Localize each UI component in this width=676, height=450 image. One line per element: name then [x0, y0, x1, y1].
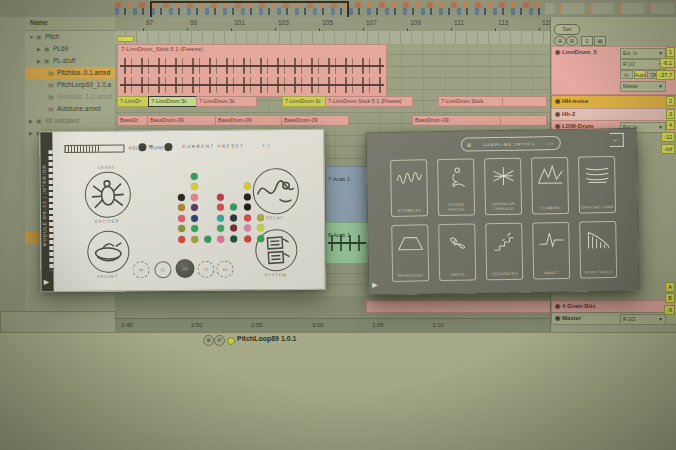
track-name[interactable]: HH-noise [562, 98, 588, 104]
preset-card[interactable]: FIGURE SPACES [437, 158, 475, 216]
mixer-value-chip[interactable]: 4 [666, 120, 675, 130]
preset-dot[interactable] [230, 204, 237, 211]
audio-clip[interactable]: 7-LinnDrum Stick [438, 96, 504, 107]
mixer-value-chip[interactable]: -inf [661, 144, 675, 154]
preset-dot[interactable] [191, 173, 198, 180]
audio-clip[interactable]: 7-LinnDrum St [148, 96, 197, 107]
preset-dot[interactable] [178, 215, 185, 222]
expand-arrow-icon[interactable]: ▶ [37, 55, 44, 67]
preset-dot[interactable] [191, 204, 198, 211]
track-name[interactable]: 4 Grain Bits [562, 303, 596, 309]
audio-clip[interactable]: BassDrum-09 [147, 115, 216, 126]
preset-dot[interactable] [244, 214, 251, 221]
preset-dot[interactable] [244, 193, 251, 200]
mini-keyboard[interactable] [48, 150, 53, 270]
mode-button[interactable]: C3 [197, 261, 214, 278]
expand-arrow-icon[interactable]: ▶ [37, 43, 44, 55]
audio-clip[interactable]: BassDrum-09 [215, 115, 282, 126]
mixer-value-chip[interactable]: -27.7 [656, 70, 675, 80]
exciter-macro-knob[interactable] [83, 170, 132, 219]
loop-marker[interactable] [117, 36, 134, 42]
frozen-clip[interactable]: 7-LinnDrum_Stick 5 1 (Freeze) [117, 44, 387, 97]
preset-title[interactable]: CURRENT PRESET [168, 143, 258, 149]
output-routing-select[interactable]: Master▼ [620, 81, 666, 92]
preset-dot[interactable] [230, 225, 237, 232]
lock-icon[interactable]: ⊘ [214, 335, 225, 346]
preset-dot[interactable] [178, 225, 185, 232]
play-icon[interactable]: ▶ [44, 278, 49, 286]
preset-dot[interactable] [191, 236, 198, 243]
audio-clip[interactable]: 7-LinnDr [117, 96, 149, 107]
preset-dot[interactable] [217, 194, 224, 201]
browser-item[interactable]: ▶▣PL69 [25, 43, 115, 55]
preset-dot[interactable] [204, 236, 211, 243]
hot-swap-icon[interactable]: ⊕ [203, 335, 214, 346]
next-icon[interactable]: › [551, 140, 555, 146]
preset-card[interactable]: SCRIBBLES [390, 159, 428, 217]
preset-dot[interactable] [178, 194, 185, 201]
preset-card[interactable]: ECHO TRAILS [579, 221, 617, 279]
arm-icon[interactable]: ◉ [555, 98, 560, 104]
zoom-out-icon[interactable]: ⊕ [566, 36, 578, 46]
preset-dot[interactable] [191, 215, 198, 222]
mixer-value-chip[interactable]: B [665, 293, 675, 303]
next-icon[interactable]: › [267, 142, 272, 148]
preset-card[interactable]: GRANULAR THREADS [484, 158, 522, 216]
set-button[interactable]: Set [554, 24, 580, 35]
preset-dot[interactable] [230, 236, 237, 243]
audio-clip[interactable]: 7-Acab 1 [325, 166, 369, 224]
expand-arrow-icon[interactable]: ▼ [29, 31, 36, 43]
track-hh-noise[interactable]: ◉ HH-noise [551, 95, 676, 109]
preset-card[interactable]: WAVEGUIDE [391, 224, 429, 282]
mixer-value-chip[interactable]: 2 [666, 96, 675, 106]
preset-prev-next[interactable]: ‹› [262, 142, 272, 148]
expand-arrow-icon[interactable]: ▶ [29, 127, 36, 139]
scrub-area[interactable] [115, 31, 550, 45]
preset-dot[interactable] [257, 235, 264, 242]
preset-dot[interactable] [244, 224, 251, 231]
preset-dot[interactable] [230, 215, 237, 222]
vol-knob[interactable] [138, 143, 146, 151]
play-icon[interactable]: ▶ [372, 281, 378, 289]
zoom-in-icon[interactable]: ⊕ [554, 36, 566, 46]
preset-dot[interactable] [257, 214, 264, 221]
preset-card[interactable]: SEQUENCES [485, 223, 523, 281]
preset-card[interactable]: CLIMBING [531, 157, 569, 215]
preset-card[interactable]: IMPACT [532, 222, 570, 280]
audio-clip[interactable]: 7-LinnDrum Stick 5 1 (Freeze) [325, 96, 413, 107]
beat-time-ruler[interactable]: 9799101103105107109111113115 [115, 17, 550, 32]
track-name[interactable]: Hh-2 [562, 111, 575, 117]
cue-out-select[interactable]: R 1/2▼ [620, 314, 666, 325]
preset-dot[interactable] [178, 204, 185, 211]
preset-dot[interactable] [217, 236, 224, 243]
track-name[interactable]: Master [562, 315, 581, 321]
mixer-value-chip[interactable]: 3 [666, 109, 675, 119]
mixer-value-chip[interactable]: 1 [666, 47, 675, 57]
device-activator[interactable] [227, 337, 235, 345]
browser-item[interactable]: ▶▣PL-stuff [25, 55, 115, 67]
track-name[interactable]: LinnDrum_5 [562, 49, 597, 55]
track-master[interactable]: ◉ Master R 1/2▼ [551, 312, 676, 325]
arm-icon[interactable]: ◉ [555, 111, 560, 117]
preset-dot[interactable] [217, 225, 224, 232]
menu-icon[interactable]: ≡ [467, 141, 471, 148]
delay-macro-knob[interactable] [252, 167, 300, 215]
mode-button[interactable]: C2 [175, 259, 194, 278]
monitor-switch[interactable]: InAutoOff [620, 70, 660, 79]
audio-clip[interactable]: BassDrum-09 [281, 115, 349, 126]
pencil-icon[interactable]: ≡ [581, 36, 593, 46]
velvet-macro-knob[interactable] [87, 230, 130, 273]
arrangement-overview[interactable] [0, 0, 676, 18]
preset-dot[interactable] [217, 215, 224, 222]
mode-button[interactable]: D4 [216, 261, 233, 278]
mixer-value-chip[interactable]: -6.1 [660, 58, 675, 68]
audio-clip[interactable]: BassDrum-09 [412, 115, 501, 126]
arm-icon[interactable]: ◉ [555, 315, 560, 321]
preset-dot[interactable] [217, 204, 224, 211]
preset-card[interactable]: KNOTS [438, 223, 476, 281]
preset-dot[interactable] [178, 236, 185, 243]
draw-mode-icon[interactable]: ▤ [594, 36, 606, 46]
mixer-value-chip[interactable]: A [665, 282, 675, 292]
preset-dot[interactable] [244, 203, 251, 210]
mixer-value-chip[interactable]: -12 [661, 132, 675, 142]
